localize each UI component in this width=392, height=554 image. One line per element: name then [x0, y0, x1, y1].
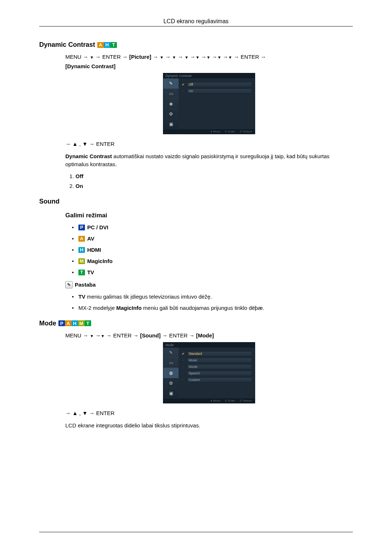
osd-dynamic-contrast: Dynamic Contrast ✎ ▭ ◉ ✿ ▣ ✔ Off ▫ — [163, 73, 255, 134]
osd-body: ✎ ▭ ◍ ✿ ▣ ✔ Standard ▫ Music — [163, 348, 255, 398]
picture-icon: ▭ — [163, 358, 179, 368]
osd-option-label: Speech — [187, 371, 252, 376]
osd-foot-enter: ⏎ Enter — [225, 399, 235, 402]
mode-nav-line-1: MENU → → → ENTER → [Sound] → ENTER → [Mo… — [65, 331, 353, 340]
osd-title: Mode — [163, 342, 255, 348]
box-icon: ▫ — [181, 372, 185, 375]
osd-option-label: On — [187, 89, 252, 94]
circle-icon: ◉ — [163, 99, 179, 109]
mode-badge-p: P — [58, 320, 65, 326]
note-text: meniu gali bûti naudojamas prijungus tin… — [142, 305, 264, 311]
osd-foot-label: Return — [243, 399, 252, 402]
down-arrow-icon — [217, 54, 221, 60]
list-item: H HDMI — [72, 247, 353, 253]
osd-sidebar: ✎ ▭ ◍ ✿ ▣ — [163, 348, 179, 398]
nav-bold: [Mode] — [196, 332, 214, 338]
section-title: Mode — [39, 320, 56, 327]
mode-badge-m: M — [78, 320, 85, 326]
down-arrow-icon — [196, 54, 200, 60]
osd-option-standard: ✔ Standard — [181, 351, 252, 356]
osd-main: ✔ Off ▫ On — [179, 78, 255, 129]
brush-icon: ✎ — [163, 348, 179, 358]
osd-title: Dynamic Contrast — [163, 73, 255, 78]
osd-foot-move: ♦ Move — [211, 130, 220, 133]
dc-desc-bold: Dynamic Contrast — [65, 153, 112, 159]
mode-badge-h: H — [78, 247, 85, 253]
box-icon: ▫ — [181, 378, 185, 382]
mode-badge-a: A — [97, 42, 104, 48]
note-heading: ✎ Pastaba — [65, 281, 353, 288]
section-title: Sound — [39, 198, 60, 205]
osd-foot-label: Move — [213, 399, 220, 402]
nav-text: → ENTER → — [105, 332, 140, 338]
dynamic-contrast-body: MENU → → ENTER → [Picture] → → → → → → →… — [65, 52, 353, 189]
mode-label: HDMI — [87, 247, 101, 253]
sound-icon: ◍ — [163, 368, 179, 378]
mode-badge-m: M — [78, 258, 85, 264]
option-label: On — [75, 183, 83, 189]
osd-mode: Mode ✎ ▭ ◍ ✿ ▣ ✔ Standard ▫ Music — [163, 342, 255, 403]
nav-text: → ENTER → — [161, 332, 196, 338]
box-icon: ▫ — [181, 89, 185, 93]
mode-badge-t: T — [78, 270, 85, 275]
dc-description: Dynamic Contrast automatiškai nustato va… — [65, 152, 353, 169]
nav-bold: [Picture] — [129, 54, 151, 60]
list-item: TV meniu galimas tik įdiegus televizoria… — [72, 294, 353, 300]
osd-option-label: Custom — [187, 377, 252, 382]
osd-foot-return: ↺ Return — [240, 130, 252, 133]
list-item: P PC / DVI — [72, 224, 353, 230]
osd-option-label: Music — [187, 358, 252, 363]
mode-badge-t: T — [110, 42, 117, 48]
note-title: Pastaba — [75, 282, 96, 288]
nav-text: MENU → — [65, 332, 90, 338]
down-arrow-icon — [160, 54, 164, 60]
section-dynamic-contrast: Dynamic Contrast A H T — [39, 41, 353, 49]
check-icon: ✔ — [181, 352, 185, 356]
mode-list: P PC / DVI A AV H HDMI M MagicInfo T TV — [65, 224, 353, 275]
osd-footer: ♦ Move ⏎ Enter ↺ Return — [163, 129, 255, 134]
down-arrow-icon — [90, 54, 94, 60]
osd-foot-label: Enter — [228, 130, 235, 133]
note-text: MX-2 modelyje — [78, 305, 116, 311]
mode-body: MENU → → → ENTER → [Sound] → ENTER → [Mo… — [65, 331, 353, 430]
osd-body: ✎ ▭ ◉ ✿ ▣ ✔ Off ▫ On — [163, 78, 255, 129]
down-arrow-icon — [90, 332, 94, 338]
dc-nav-line-1: MENU → → ENTER → [Picture] → → → → → → →… — [65, 52, 353, 71]
osd-foot-label: Enter — [228, 399, 235, 402]
dc-options-list: Off On — [65, 173, 353, 189]
osd-option-music: ▫ Music — [181, 358, 252, 363]
sound-body: Galimi režimai P PC / DVI A AV H HDMI M … — [65, 212, 353, 311]
mode-badge-p: P — [78, 225, 85, 230]
nav-bold: [Dynamic Contrast] — [65, 63, 115, 69]
nav-text: → ENTER → — [94, 54, 129, 60]
note-text: meniu galimas tik įdiegus televizoriaus … — [85, 294, 212, 300]
nav-text: MENU → — [65, 54, 90, 60]
list-item: A AV — [72, 235, 353, 242]
input-icon: ▣ — [163, 388, 179, 398]
osd-footer: ♦ Move ⏎ Enter ↺ Return — [163, 398, 255, 403]
down-arrow-icon — [101, 332, 105, 338]
nav-bold: [Sound] — [140, 332, 161, 338]
mode-strip: A H T — [97, 42, 117, 48]
list-item: T TV — [72, 269, 353, 275]
mode-label: AV — [87, 235, 94, 242]
nav-text: → ENTER → — [232, 54, 266, 60]
page: LCD ekrano reguliavimas Dynamic Contrast… — [0, 0, 392, 554]
mode-label: MagicInfo — [87, 258, 113, 264]
down-arrow-icon — [228, 54, 232, 60]
page-title: LCD ekrano reguliavimas — [39, 18, 353, 25]
bottom-rule — [39, 532, 353, 532]
osd-foot-label: Return — [243, 130, 252, 133]
osd-option-custom: ▫ Custom — [181, 377, 252, 382]
osd-foot-enter: ⏎ Enter — [225, 130, 235, 133]
mode-label: PC / DVI — [87, 224, 108, 230]
osd-foot-move: ♦ Move — [211, 399, 220, 402]
osd-option-off: ✔ Off — [181, 82, 252, 87]
mode-badge-t: T — [85, 320, 91, 326]
mode-description: LCD ekrane integruotas didelio labai tik… — [65, 422, 353, 430]
osd-option-label: Movie — [187, 364, 252, 369]
list-item: M MagicInfo — [72, 258, 353, 264]
osd-main: ✔ Standard ▫ Music ▫ Movie ▫ Speech — [179, 348, 255, 398]
mode-badge-h: H — [104, 42, 110, 48]
note-bold: MagicInfo — [116, 305, 142, 311]
